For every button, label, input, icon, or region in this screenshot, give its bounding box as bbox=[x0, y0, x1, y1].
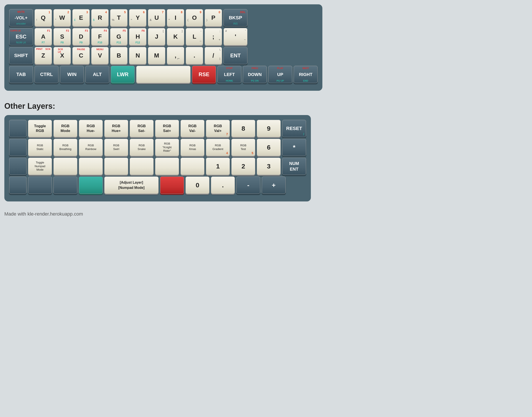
adj-teal-key[interactable] bbox=[79, 177, 103, 194]
bksp-key[interactable]: DEL BKSP INS bbox=[223, 9, 247, 26]
num0-key[interactable]: 0 bbox=[185, 177, 209, 194]
shift-key[interactable]: SHIFT bbox=[9, 47, 33, 64]
semi-key[interactable]: ; + ; bbox=[205, 28, 222, 45]
row-4: TAB CTRL WIN ALT LWR RSE STOP LEFT bbox=[9, 66, 318, 83]
adj-row-1: ToggleRGB RGBMode RGBHue- RGBHue+ RGBSat… bbox=[9, 120, 306, 137]
down-label: DOWN bbox=[248, 72, 262, 77]
rgb-swirl-key[interactable]: RGBSwirl bbox=[104, 139, 128, 156]
ent-key[interactable]: ENT bbox=[223, 47, 247, 64]
k-key[interactable]: ] K bbox=[167, 28, 184, 45]
rse-key[interactable]: RSE bbox=[192, 66, 216, 83]
num9-key[interactable]: 9 bbox=[257, 120, 281, 137]
win-key[interactable]: WIN bbox=[60, 66, 84, 83]
star-key[interactable]: * bbox=[282, 139, 306, 156]
q-key[interactable]: 1 ! Q bbox=[34, 9, 52, 26]
keyboard-1: MUTE -VOL+ encoder 1 ! Q 2 " W 3 £ E 4 bbox=[4, 4, 528, 97]
w-label: W bbox=[59, 15, 65, 21]
row-3: SHIFT PRNT SCN Z SCR LK X PAUSE C MENU V… bbox=[9, 47, 318, 64]
right-key[interactable]: NEXT RIGHT END bbox=[294, 66, 318, 83]
p-key[interactable]: 0 ) P bbox=[205, 9, 222, 26]
z-key[interactable]: PRNT SCN Z bbox=[34, 47, 52, 64]
num6-key[interactable]: 6 bbox=[257, 139, 281, 156]
up-key[interactable]: PLAY UP PG UP bbox=[268, 66, 292, 83]
num3-key[interactable]: 3 bbox=[257, 158, 281, 175]
num8-key[interactable]: 8 bbox=[231, 120, 255, 137]
rgb-val-plus-key[interactable]: RGBVal+ 7 bbox=[206, 120, 230, 137]
rgb-static-key[interactable]: RGBStatic bbox=[28, 139, 52, 156]
rgb-rainbow-key[interactable]: RGBRainbow bbox=[79, 139, 103, 156]
adj-red-key[interactable] bbox=[160, 177, 184, 194]
rgb-xmas-key[interactable]: RGBXmas bbox=[181, 139, 204, 156]
l-key[interactable]: - _ L bbox=[186, 28, 203, 45]
ins-label: INS bbox=[233, 22, 238, 25]
rgb-sat-minus-key[interactable]: RGBSat- bbox=[130, 120, 154, 137]
c-key[interactable]: PAUSE C bbox=[72, 47, 90, 64]
numplus-key[interactable]: + bbox=[262, 177, 286, 194]
tab-key[interactable]: TAB bbox=[9, 66, 33, 83]
rgb-hue-plus-key[interactable]: RGBHue+ bbox=[104, 120, 128, 137]
rgb-static-label: RGBStatic bbox=[36, 144, 44, 151]
down-key[interactable]: PREV DOWN PG DN bbox=[243, 66, 267, 83]
rgb-knight-key[interactable]: RGB"KnightRider" bbox=[155, 139, 179, 156]
lwr-key[interactable]: LWR bbox=[111, 66, 135, 83]
num6-label: 6 bbox=[267, 144, 271, 151]
adj-layer-key[interactable]: [Adjust Layer][Numpad Mode] bbox=[104, 177, 159, 194]
g-key[interactable]: F5 F11 G bbox=[110, 28, 128, 45]
numdot-key[interactable]: . bbox=[211, 177, 235, 194]
w-key[interactable]: 2 " W bbox=[53, 9, 71, 26]
comma-key[interactable]: ` ⌐ , bbox=[167, 47, 184, 64]
rgb-xmas-label: RGBXmas bbox=[189, 144, 196, 151]
rgb-sat-plus-key[interactable]: RGBSat+ bbox=[155, 120, 179, 137]
o-key[interactable]: 9 ( O bbox=[186, 9, 203, 26]
left-key[interactable]: STOP LEFT HOME bbox=[217, 66, 241, 83]
quote-key[interactable]: ' # ~ ' bbox=[223, 28, 247, 45]
alt-key[interactable]: ALT bbox=[85, 66, 109, 83]
rgb-mode-label: RGBMode bbox=[61, 124, 70, 133]
a-key[interactable]: F1 F7 A bbox=[34, 28, 52, 45]
rgb-val-minus-key[interactable]: RGBVal- bbox=[181, 120, 204, 137]
t-key[interactable]: 5 % T bbox=[110, 9, 128, 26]
toggle-numpad-key[interactable]: ToggleNumpadMode bbox=[28, 158, 52, 175]
esc-key[interactable]: CAPS LK ESC NUM LK bbox=[9, 28, 33, 45]
rgb-hue-minus-key[interactable]: RGBHue- bbox=[79, 120, 103, 137]
m-key[interactable]: M bbox=[148, 47, 165, 64]
dot-key[interactable]: . bbox=[186, 47, 203, 64]
num2-key[interactable]: 2 bbox=[231, 158, 255, 175]
fslash-key[interactable]: \ | / bbox=[205, 47, 222, 64]
rgb-test-key[interactable]: RGBTest 5 bbox=[231, 139, 255, 156]
q-num: 1 bbox=[48, 10, 50, 14]
space-key[interactable] bbox=[136, 66, 191, 83]
encoder-key[interactable]: MUTE -VOL+ encoder bbox=[9, 9, 33, 26]
toggle-rgb-label: ToggleRGB bbox=[34, 124, 46, 133]
y-key[interactable]: 6 ^ Y bbox=[129, 9, 146, 26]
ctrl-key[interactable]: CTRL bbox=[34, 66, 58, 83]
e-key[interactable]: 3 £ E bbox=[72, 9, 90, 26]
adj-blank10 bbox=[9, 177, 26, 194]
rse-label: RSE bbox=[199, 72, 209, 77]
x-key[interactable]: SCR LK X bbox=[53, 47, 71, 64]
rgb-sat-plus-label: RGBSat+ bbox=[163, 124, 171, 133]
comma-label: , bbox=[175, 52, 176, 59]
toggle-rgb-key[interactable]: ToggleRGB bbox=[28, 120, 52, 137]
reset-key[interactable]: RESET / bbox=[282, 120, 306, 137]
h-key[interactable]: F6 F12 H bbox=[129, 28, 146, 45]
u-key[interactable]: 7 & U bbox=[148, 9, 165, 26]
rgb-mode-key[interactable]: RGBMode bbox=[53, 120, 77, 137]
numminus-key[interactable]: - bbox=[236, 177, 260, 194]
rgb-test-label: RGBTest bbox=[240, 144, 246, 151]
rgb-breathing-key[interactable]: RGBBreathing bbox=[53, 139, 77, 156]
num-ent-key[interactable]: NUMENT bbox=[282, 158, 306, 175]
n-key[interactable]: N bbox=[129, 47, 146, 64]
b-key[interactable]: B bbox=[110, 47, 128, 64]
d-key[interactable]: F3 F9 D bbox=[72, 28, 90, 45]
f-key[interactable]: F4 F10 F bbox=[91, 28, 109, 45]
s-key[interactable]: F2 F8 S bbox=[53, 28, 71, 45]
q-label: Q bbox=[41, 15, 46, 21]
num1-key[interactable]: 1 bbox=[206, 158, 230, 175]
j-key[interactable]: [ J bbox=[148, 28, 165, 45]
rgb-gradient-key[interactable]: RGBGradient 4 bbox=[206, 139, 230, 156]
r-key[interactable]: 4 $ R bbox=[91, 9, 109, 26]
rgb-snake-key[interactable]: RGBSnake bbox=[130, 139, 154, 156]
v-key[interactable]: MENU V bbox=[91, 47, 109, 64]
i-key[interactable]: 8 * I bbox=[167, 9, 184, 26]
